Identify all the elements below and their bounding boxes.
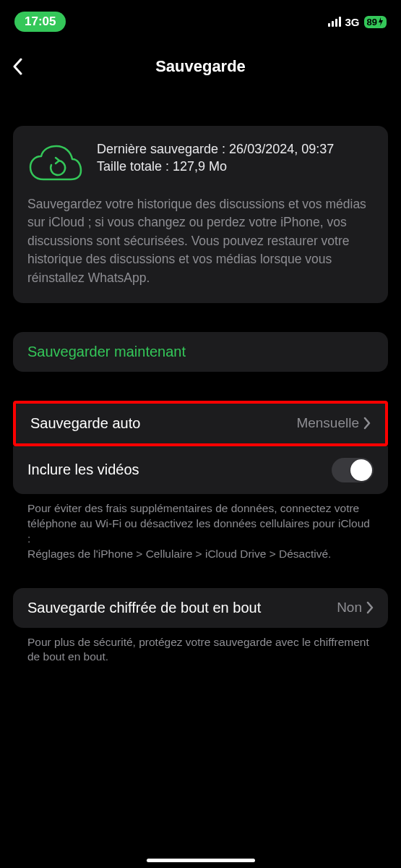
last-backup-text: Dernière sauvegarde : 26/03/2024, 09:37 [97,140,334,158]
chevron-right-icon [366,601,374,614]
auto-backup-label: Sauvegarde auto [30,415,140,432]
backup-description: Sauvegardez votre historique des discuss… [27,195,374,287]
include-videos-row: Inclure les vidéos [13,446,388,494]
chevron-right-icon [363,417,371,430]
backup-now-label: Sauvegarder maintenant [27,344,186,360]
e2e-footnote: Pour plus de sécurité, protégez votre sa… [13,628,388,665]
auto-backup-value: Mensuelle [296,415,359,431]
backup-info-card: Dernière sauvegarde : 26/03/2024, 09:37 … [13,126,388,303]
network-label: 3G [345,16,360,28]
status-time: 17:05 [14,12,66,32]
status-bar: 17:05 3G 89 [0,0,401,36]
e2e-encryption-label: Sauvegarde chiffrée de bout en bout [27,600,261,616]
status-right: 3G 89 [328,16,387,28]
backup-now-button[interactable]: Sauvegarder maintenant [13,332,388,372]
home-indicator[interactable] [147,859,255,862]
include-videos-label: Inclure les vidéos [27,461,139,478]
nav-header: Sauvegarde [0,36,401,90]
include-videos-toggle[interactable] [332,458,374,482]
highlight-auto-backup: Sauvegarde auto Mensuelle [13,401,388,446]
battery-icon: 89 [364,16,387,28]
auto-backup-row[interactable]: Sauvegarde auto Mensuelle [16,404,385,443]
chevron-left-icon [12,58,22,75]
total-size-text: Taille totale : 127,9 Mo [97,158,334,175]
e2e-encryption-value: Non [337,600,362,616]
page-title: Sauvegarde [0,57,401,76]
e2e-encryption-row[interactable]: Sauvegarde chiffrée de bout en bout Non [13,588,388,628]
back-button[interactable] [9,58,26,75]
cloud-backup-icon [27,143,84,185]
signal-icon [328,17,341,27]
data-warning-text: Pour éviter des frais supplémentaires de… [13,494,388,562]
